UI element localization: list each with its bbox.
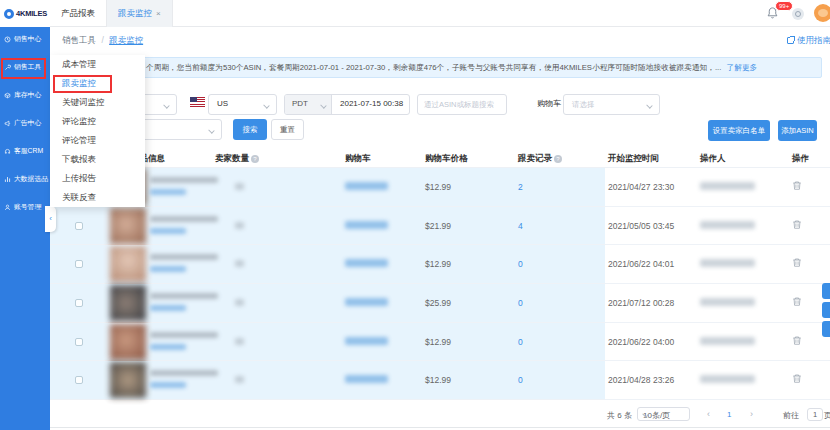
current-page[interactable]: 1 [727,410,731,419]
product-title-blurred [150,332,218,338]
row-checkbox[interactable] [75,338,83,346]
sidebar-item-bigdata[interactable]: 大数据选品 [0,167,50,191]
floating-button-3[interactable] [822,321,830,337]
add-asin-button[interactable]: 添加ASIN [778,120,817,141]
product-asin-link-blurred[interactable] [150,228,186,234]
help-icon[interactable] [792,8,804,20]
sidebar-item-crm[interactable]: 客服CRM [0,139,50,163]
delete-button[interactable] [792,296,802,309]
sidebar-item-account[interactable]: 账号管理 [0,195,50,219]
pagination: 共 6 条 10条/页 ‹ 1 › 前往 1 页 [50,403,830,427]
tab-product-report[interactable]: 产品报表 [50,0,107,27]
sidebar-item-sales-center[interactable]: 销售中心 [0,27,50,51]
quota-notice-bar: 个周期，您当前额度为530个ASIN，套餐周期2021-07-01 - 2021… [57,57,822,78]
product-title-blurred [150,293,218,299]
product-title-blurred [150,177,218,183]
datetime-picker[interactable]: PDT 2021-07-15 00:38 [284,94,410,115]
delete-button[interactable] [792,180,802,193]
col-seller-count: 卖家数量? [215,153,259,165]
product-asin-link-blurred[interactable] [150,344,186,350]
search-button[interactable]: 搜索 [233,119,267,140]
brand-logo-icon [4,9,14,19]
menu-item[interactable]: 下载报表 [50,150,145,169]
delete-button[interactable] [792,257,802,270]
row-checkbox[interactable] [75,260,83,268]
prev-page-button[interactable]: ‹ [707,409,710,419]
cart-link-blurred[interactable] [345,259,388,267]
breadcrumb: 销售工具 / 跟卖监控 [62,35,143,47]
reset-button[interactable]: 重置 [271,119,304,140]
help-icon[interactable]: ? [251,155,259,163]
product-asin-link-blurred[interactable] [150,305,186,311]
floating-button-2[interactable] [822,302,830,318]
product-title-blurred [150,254,218,260]
row-checkbox[interactable] [75,222,83,230]
datetime-value: 2021-07-15 00:38 [340,99,403,108]
table-header: 商品信息 卖家数量? 购物车 购物车价格 跟卖记录? 开始监控时间 操作人 操作 [50,148,830,168]
row-checkbox[interactable] [75,376,83,384]
asin-search-input[interactable]: 通过ASIN或标题搜索 [417,94,507,115]
cart-price-value: $21.99 [425,221,451,231]
records-count-link[interactable]: 0 [518,337,523,347]
help-icon[interactable]: ? [554,155,562,163]
goto-page-input[interactable]: 1 [807,408,823,421]
delete-button[interactable] [792,219,802,232]
menu-item[interactable]: 关键词监控 [50,93,145,112]
next-page-button[interactable]: › [750,409,753,419]
row-checkbox[interactable] [75,299,83,307]
operator-blurred [700,337,755,345]
sidebar-item-label: 销售中心 [14,34,41,44]
sidebar-item-label: 大数据选品 [14,174,48,184]
page-size-select[interactable]: 10条/页 [637,407,690,421]
delete-button[interactable] [792,335,802,348]
product-asin-link-blurred[interactable] [150,382,186,388]
cart-price-value: $12.99 [425,337,451,347]
notice-text: 个周期，您当前额度为530个ASIN，套餐周期2021-07-01 - 2021… [146,63,715,72]
seller-whitelist-button[interactable]: 设置卖家白名单 [708,120,770,141]
menu-item[interactable]: 关联反查 [50,188,145,207]
user-guide-link[interactable]: 使用指南 [787,35,830,47]
cart-link-blurred[interactable] [345,298,388,306]
product-asin-link-blurred[interactable] [150,266,186,272]
records-count-link[interactable]: 0 [518,375,523,385]
start-time-value: 2021/06/22 04:00 [608,337,674,347]
product-image-blurred [110,362,146,398]
operator-blurred [700,298,755,306]
records-count-link[interactable]: 2 [518,182,523,192]
cart-link-blurred[interactable] [345,375,388,383]
menu-item[interactable]: 成本管理 [50,55,145,74]
sidebar-collapse-handle[interactable]: ‹ [45,206,56,232]
product-asin-link-blurred[interactable] [150,189,186,195]
cart-select[interactable]: 请选择 [563,94,660,115]
tab-close-icon[interactable]: × [156,9,161,18]
avatar[interactable] [814,4,830,22]
records-count-link[interactable]: 0 [518,298,523,308]
records-count-link[interactable]: 4 [518,221,523,231]
cart-link-blurred[interactable] [345,337,388,345]
floating-button-1[interactable] [822,283,830,299]
timezone-value: PDT [292,99,308,108]
floating-side-buttons [822,283,830,340]
menu-item[interactable]: 评论管理 [50,131,145,150]
sidebar-item-inventory-center[interactable]: 库存中心 [0,83,50,107]
menu-item[interactable]: 评论监控 [50,112,145,131]
sidebar-item-label: 客服CRM [14,146,43,156]
learn-more-link[interactable]: 了解更多 [727,63,758,72]
cart-link-blurred[interactable] [345,221,388,229]
cart-price-value: $12.99 [425,375,451,385]
col-start-time: 开始监控时间 [608,153,659,165]
tab-follow-monitor[interactable]: 跟卖监控× [107,0,173,27]
cart-select-placeholder: 请选择 [572,100,595,110]
sidebar-item-ads-center[interactable]: 广告中心 [0,111,50,135]
col-operator: 操作人 [700,153,726,165]
menu-item[interactable]: 上传报告 [50,169,145,188]
delete-button[interactable] [792,373,802,386]
cart-link-blurred[interactable] [345,182,388,190]
records-count-link[interactable]: 0 [518,259,523,269]
marketplace-select[interactable]: US [208,94,277,115]
start-time-value: 2021/06/22 04:01 [608,259,674,269]
operator-blurred [700,375,755,383]
operator-blurred [700,259,755,267]
sidebar-item-label: 账号管理 [14,202,41,212]
breadcrumb-parent[interactable]: 销售工具 [62,35,96,45]
